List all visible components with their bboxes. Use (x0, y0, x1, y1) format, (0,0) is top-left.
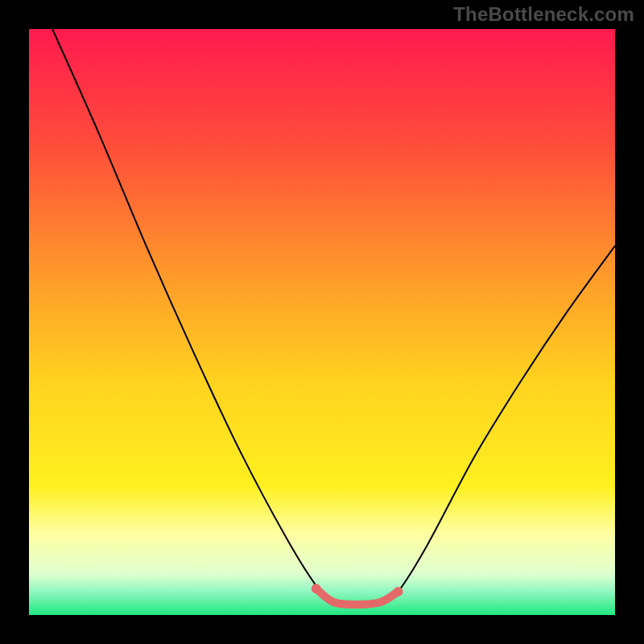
plot-area (29, 29, 615, 615)
chart-svg (29, 29, 615, 615)
trough-marker (312, 584, 321, 593)
gradient-background (29, 29, 615, 615)
chart-container: TheBottleneck.com (0, 0, 644, 644)
trough-marker (394, 587, 403, 597)
watermark-text: TheBottleneck.com (453, 3, 634, 26)
